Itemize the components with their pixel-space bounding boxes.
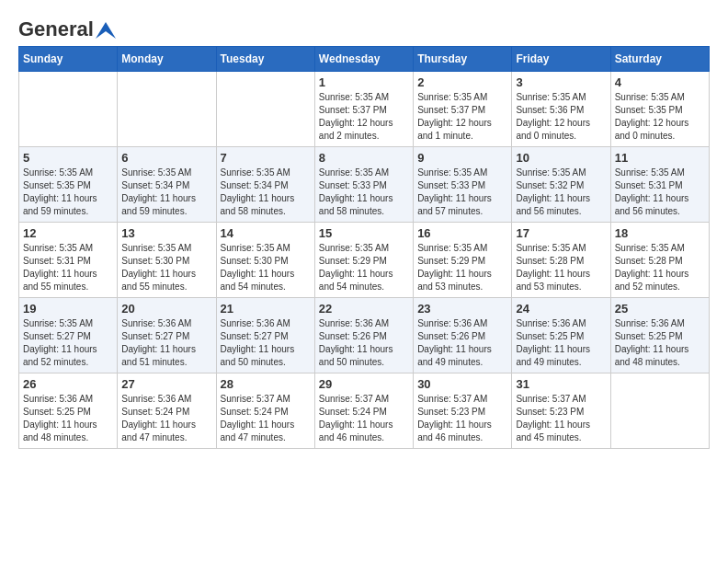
calendar-cell: 19Sunrise: 5:35 AM Sunset: 5:27 PM Dayli… (19, 298, 118, 373)
calendar-week-row: 19Sunrise: 5:35 AM Sunset: 5:27 PM Dayli… (19, 298, 710, 373)
day-info: Sunrise: 5:36 AM Sunset: 5:25 PM Dayligh… (23, 393, 113, 444)
calendar-cell: 26Sunrise: 5:36 AM Sunset: 5:25 PM Dayli… (19, 373, 118, 449)
page-header: General (18, 18, 710, 37)
logo: General (18, 18, 116, 37)
day-info: Sunrise: 5:36 AM Sunset: 5:26 PM Dayligh… (319, 317, 409, 369)
calendar-cell: 29Sunrise: 5:37 AM Sunset: 5:24 PM Dayli… (314, 373, 413, 449)
day-info: Sunrise: 5:35 AM Sunset: 5:28 PM Dayligh… (516, 242, 606, 293)
day-number: 21 (221, 302, 311, 316)
calendar-week-row: 12Sunrise: 5:35 AM Sunset: 5:31 PM Dayli… (19, 223, 710, 298)
calendar-day-header: Thursday (414, 47, 512, 72)
day-number: 15 (319, 226, 409, 240)
day-number: 5 (23, 151, 113, 165)
calendar-cell: 8Sunrise: 5:35 AM Sunset: 5:33 PM Daylig… (314, 147, 413, 223)
day-number: 24 (516, 302, 606, 316)
day-number: 9 (417, 151, 507, 165)
day-info: Sunrise: 5:35 AM Sunset: 5:32 PM Dayligh… (516, 167, 606, 218)
calendar-cell: 16Sunrise: 5:35 AM Sunset: 5:29 PM Dayli… (414, 223, 512, 298)
logo-text: General (18, 18, 116, 40)
day-info: Sunrise: 5:35 AM Sunset: 5:34 PM Dayligh… (121, 167, 211, 218)
day-info: Sunrise: 5:36 AM Sunset: 5:25 PM Dayligh… (516, 317, 606, 369)
calendar-cell: 10Sunrise: 5:35 AM Sunset: 5:32 PM Dayli… (512, 147, 610, 223)
day-info: Sunrise: 5:35 AM Sunset: 5:35 PM Dayligh… (23, 167, 113, 218)
calendar-cell: 2Sunrise: 5:35 AM Sunset: 5:37 PM Daylig… (414, 72, 512, 147)
calendar-cell: 31Sunrise: 5:37 AM Sunset: 5:23 PM Dayli… (512, 373, 610, 449)
calendar-cell: 25Sunrise: 5:36 AM Sunset: 5:25 PM Dayli… (610, 298, 709, 373)
calendar-cell (216, 72, 314, 147)
day-number: 16 (417, 226, 507, 240)
calendar-cell: 12Sunrise: 5:35 AM Sunset: 5:31 PM Dayli… (19, 223, 118, 298)
day-info: Sunrise: 5:37 AM Sunset: 5:24 PM Dayligh… (319, 393, 409, 444)
calendar-cell (118, 72, 216, 147)
day-number: 17 (516, 226, 606, 240)
day-info: Sunrise: 5:35 AM Sunset: 5:28 PM Dayligh… (615, 242, 705, 293)
day-info: Sunrise: 5:36 AM Sunset: 5:27 PM Dayligh… (221, 317, 311, 369)
day-number: 23 (417, 302, 507, 316)
svg-marker-0 (96, 22, 116, 39)
day-info: Sunrise: 5:36 AM Sunset: 5:24 PM Dayligh… (121, 393, 211, 444)
day-number: 8 (319, 151, 409, 165)
day-info: Sunrise: 5:36 AM Sunset: 5:26 PM Dayligh… (417, 317, 507, 369)
calendar-cell: 13Sunrise: 5:35 AM Sunset: 5:30 PM Dayli… (118, 223, 216, 298)
day-number: 14 (221, 226, 311, 240)
day-info: Sunrise: 5:35 AM Sunset: 5:29 PM Dayligh… (417, 242, 507, 293)
calendar-day-header: Friday (512, 47, 610, 72)
calendar-cell: 1Sunrise: 5:35 AM Sunset: 5:37 PM Daylig… (314, 72, 413, 147)
calendar-cell: 18Sunrise: 5:35 AM Sunset: 5:28 PM Dayli… (610, 223, 709, 298)
calendar-cell: 22Sunrise: 5:36 AM Sunset: 5:26 PM Dayli… (314, 298, 413, 373)
day-info: Sunrise: 5:35 AM Sunset: 5:29 PM Dayligh… (319, 242, 409, 293)
day-info: Sunrise: 5:35 AM Sunset: 5:30 PM Dayligh… (121, 242, 211, 293)
day-info: Sunrise: 5:35 AM Sunset: 5:31 PM Dayligh… (23, 242, 113, 293)
calendar-table: SundayMondayTuesdayWednesdayThursdayFrid… (18, 46, 710, 449)
calendar-week-row: 5Sunrise: 5:35 AM Sunset: 5:35 PM Daylig… (19, 147, 710, 223)
day-info: Sunrise: 5:37 AM Sunset: 5:23 PM Dayligh… (417, 393, 507, 444)
day-info: Sunrise: 5:35 AM Sunset: 5:33 PM Dayligh… (417, 167, 507, 218)
day-info: Sunrise: 5:36 AM Sunset: 5:27 PM Dayligh… (121, 317, 211, 369)
day-info: Sunrise: 5:36 AM Sunset: 5:25 PM Dayligh… (615, 317, 705, 369)
day-number: 10 (516, 151, 606, 165)
day-info: Sunrise: 5:35 AM Sunset: 5:37 PM Dayligh… (417, 91, 507, 143)
calendar-cell (610, 373, 709, 449)
day-number: 2 (417, 75, 507, 89)
calendar-week-row: 1Sunrise: 5:35 AM Sunset: 5:37 PM Daylig… (19, 72, 710, 147)
day-number: 1 (319, 75, 409, 89)
calendar-cell: 17Sunrise: 5:35 AM Sunset: 5:28 PM Dayli… (512, 223, 610, 298)
day-number: 20 (121, 302, 211, 316)
calendar-day-header: Saturday (610, 47, 709, 72)
calendar-cell: 15Sunrise: 5:35 AM Sunset: 5:29 PM Dayli… (314, 223, 413, 298)
day-number: 28 (221, 377, 311, 391)
day-info: Sunrise: 5:37 AM Sunset: 5:23 PM Dayligh… (516, 393, 606, 444)
day-number: 4 (615, 75, 705, 89)
day-number: 19 (23, 302, 113, 316)
calendar-day-header: Monday (118, 47, 216, 72)
day-info: Sunrise: 5:35 AM Sunset: 5:27 PM Dayligh… (23, 317, 113, 369)
calendar-cell: 5Sunrise: 5:35 AM Sunset: 5:35 PM Daylig… (19, 147, 118, 223)
calendar-cell: 30Sunrise: 5:37 AM Sunset: 5:23 PM Dayli… (414, 373, 512, 449)
calendar-cell: 24Sunrise: 5:36 AM Sunset: 5:25 PM Dayli… (512, 298, 610, 373)
calendar-cell (19, 72, 118, 147)
calendar-day-header: Wednesday (314, 47, 413, 72)
day-number: 13 (121, 226, 211, 240)
day-number: 11 (615, 151, 705, 165)
day-info: Sunrise: 5:35 AM Sunset: 5:35 PM Dayligh… (615, 91, 705, 143)
calendar-cell: 4Sunrise: 5:35 AM Sunset: 5:35 PM Daylig… (610, 72, 709, 147)
calendar-cell: 7Sunrise: 5:35 AM Sunset: 5:34 PM Daylig… (216, 147, 314, 223)
day-number: 3 (516, 75, 606, 89)
calendar-cell: 28Sunrise: 5:37 AM Sunset: 5:24 PM Dayli… (216, 373, 314, 449)
day-number: 27 (121, 377, 211, 391)
day-number: 6 (121, 151, 211, 165)
calendar-cell: 23Sunrise: 5:36 AM Sunset: 5:26 PM Dayli… (414, 298, 512, 373)
calendar-cell: 6Sunrise: 5:35 AM Sunset: 5:34 PM Daylig… (118, 147, 216, 223)
calendar-day-header: Tuesday (216, 47, 314, 72)
day-info: Sunrise: 5:35 AM Sunset: 5:31 PM Dayligh… (615, 167, 705, 218)
day-info: Sunrise: 5:35 AM Sunset: 5:36 PM Dayligh… (516, 91, 606, 143)
day-info: Sunrise: 5:35 AM Sunset: 5:33 PM Dayligh… (319, 167, 409, 218)
day-info: Sunrise: 5:35 AM Sunset: 5:30 PM Dayligh… (221, 242, 311, 293)
calendar-cell: 3Sunrise: 5:35 AM Sunset: 5:36 PM Daylig… (512, 72, 610, 147)
calendar-header-row: SundayMondayTuesdayWednesdayThursdayFrid… (19, 47, 710, 72)
day-number: 22 (319, 302, 409, 316)
day-number: 12 (23, 226, 113, 240)
day-info: Sunrise: 5:35 AM Sunset: 5:37 PM Dayligh… (319, 91, 409, 143)
day-info: Sunrise: 5:37 AM Sunset: 5:24 PM Dayligh… (221, 393, 311, 444)
day-info: Sunrise: 5:35 AM Sunset: 5:34 PM Dayligh… (221, 167, 311, 218)
